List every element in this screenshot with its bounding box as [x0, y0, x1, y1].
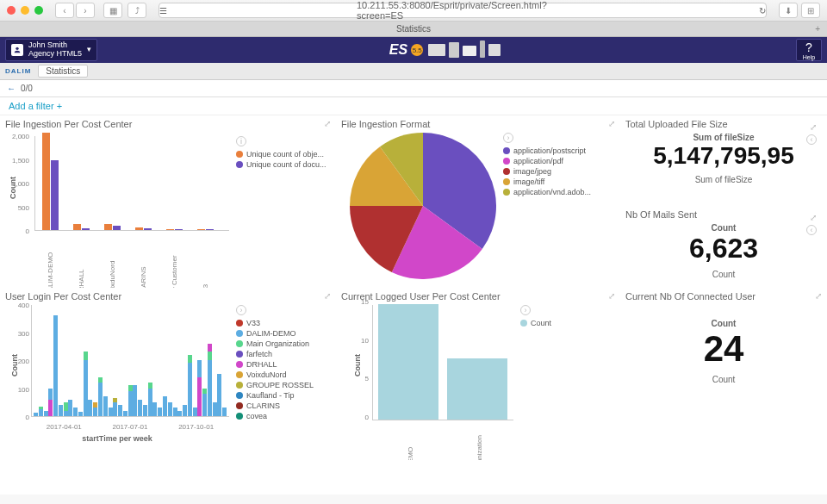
- stack-column[interactable]: [53, 315, 58, 416]
- back-arrow-icon[interactable]: ‹: [806, 134, 817, 145]
- stack-column[interactable]: [193, 408, 197, 416]
- legend-item[interactable]: CLARINS: [236, 401, 314, 410]
- user-menu[interactable]: John Smith Agency HTML5 ▾: [5, 39, 97, 61]
- stack-column[interactable]: [148, 383, 152, 416]
- stack-column[interactable]: [128, 385, 133, 416]
- stack-column[interactable]: [163, 396, 167, 416]
- browser-tab-title[interactable]: Statistics: [396, 24, 431, 34]
- legend-item[interactable]: Kaufland - Tip: [236, 391, 314, 400]
- bar[interactable]: [51, 160, 59, 230]
- stack-segment[interactable]: [93, 408, 97, 416]
- stack-segment[interactable]: [44, 411, 48, 416]
- bar-group[interactable]: [104, 224, 121, 230]
- stack-column[interactable]: [158, 408, 162, 416]
- info-icon[interactable]: ›: [236, 305, 246, 315]
- bar-group[interactable]: [42, 133, 59, 230]
- legend-item[interactable]: Main Organization: [236, 339, 314, 348]
- stack-segment[interactable]: [217, 374, 221, 416]
- forward-button[interactable]: ›: [76, 3, 95, 18]
- stack-segment[interactable]: [202, 394, 207, 416]
- stack-segment[interactable]: [168, 402, 172, 416]
- expand-icon[interactable]: ⤢: [324, 119, 331, 128]
- legend-item[interactable]: VoixduNord: [236, 370, 314, 379]
- bar[interactable]: [73, 224, 81, 230]
- legend-item[interactable]: Unique count of obje...: [236, 150, 326, 159]
- stack-column[interactable]: [103, 396, 108, 416]
- back-button[interactable]: ‹: [55, 3, 74, 18]
- close-window-button[interactable]: [7, 6, 16, 15]
- stack-column[interactable]: [88, 400, 92, 417]
- stack-column[interactable]: [78, 412, 83, 416]
- stack-column[interactable]: [152, 402, 157, 416]
- stack-segment[interactable]: [213, 402, 217, 416]
- stack-segment[interactable]: [188, 363, 192, 416]
- expand-icon[interactable]: ⤢: [815, 291, 822, 301]
- stack-segment[interactable]: [48, 400, 53, 417]
- bar-group[interactable]: [197, 229, 215, 230]
- stack-segment[interactable]: [68, 400, 72, 417]
- stack-segment[interactable]: [173, 408, 177, 416]
- stack-column[interactable]: [84, 352, 88, 416]
- stack-column[interactable]: [44, 411, 48, 416]
- stack-column[interactable]: [208, 344, 212, 417]
- stack-segment[interactable]: [59, 405, 63, 416]
- back-arrow-icon[interactable]: ‹: [806, 225, 817, 235]
- stack-segment[interactable]: [64, 402, 68, 411]
- bar[interactable]: [447, 358, 507, 420]
- stack-column[interactable]: [217, 374, 221, 416]
- expand-icon[interactable]: ⤢: [608, 291, 615, 301]
- bar[interactable]: [206, 229, 214, 230]
- stack-segment[interactable]: [39, 409, 43, 416]
- expand-icon[interactable]: ⤢: [810, 213, 817, 222]
- stack-column[interactable]: [118, 405, 122, 416]
- stack-segment[interactable]: [148, 389, 152, 417]
- stack-segment[interactable]: [183, 405, 187, 416]
- tabs-button[interactable]: ⊞: [801, 3, 820, 18]
- stack-column[interactable]: [48, 389, 53, 417]
- stack-column[interactable]: [113, 398, 117, 416]
- stack-segment[interactable]: [133, 385, 137, 416]
- stack-column[interactable]: [39, 407, 43, 416]
- bar[interactable]: [104, 224, 112, 230]
- stack-segment[interactable]: [78, 412, 83, 416]
- help-button[interactable]: ? Help: [796, 39, 822, 61]
- stack-column[interactable]: [177, 411, 182, 417]
- stack-segment[interactable]: [48, 389, 53, 400]
- legend-item[interactable]: Unique count of docu...: [236, 160, 326, 169]
- stack-segment[interactable]: [118, 405, 122, 416]
- bar-group[interactable]: [166, 229, 183, 230]
- legend-item[interactable]: application/postscript: [503, 146, 591, 155]
- stack-column[interactable]: [183, 405, 187, 416]
- stack-column[interactable]: [222, 408, 227, 416]
- stack-column[interactable]: [168, 402, 172, 416]
- info-icon[interactable]: ›: [503, 133, 513, 143]
- stack-segment[interactable]: [143, 405, 147, 416]
- legend-item[interactable]: Count: [520, 319, 551, 327]
- stack-column[interactable]: [68, 400, 72, 417]
- bar[interactable]: [42, 133, 50, 230]
- expand-icon[interactable]: ⤢: [810, 122, 817, 132]
- stack-column[interactable]: [34, 413, 38, 416]
- bar[interactable]: [166, 229, 174, 230]
- legend-item[interactable]: farfetch: [236, 350, 314, 358]
- bar[interactable]: [378, 304, 438, 420]
- add-filter-button[interactable]: Add a filter +: [9, 101, 62, 111]
- legend-item[interactable]: V33: [236, 319, 314, 327]
- bar-group[interactable]: [73, 224, 90, 230]
- stack-segment[interactable]: [103, 396, 108, 416]
- stack-segment[interactable]: [84, 352, 88, 360]
- legend-item[interactable]: image/tiff: [503, 177, 591, 186]
- stack-segment[interactable]: [188, 355, 192, 364]
- bar-group[interactable]: [135, 227, 152, 230]
- stack-segment[interactable]: [158, 408, 162, 416]
- stack-segment[interactable]: [163, 396, 167, 416]
- legend-item[interactable]: application/vnd.adob...: [503, 188, 591, 196]
- stack-segment[interactable]: [64, 411, 68, 417]
- stack-segment[interactable]: [152, 402, 157, 416]
- tab-statistics[interactable]: Statistics: [38, 65, 88, 78]
- stack-segment[interactable]: [123, 411, 127, 417]
- stack-column[interactable]: [109, 408, 113, 416]
- new-tab-button[interactable]: +: [815, 24, 820, 34]
- stack-segment[interactable]: [73, 408, 78, 416]
- reload-icon[interactable]: ↻: [759, 6, 766, 16]
